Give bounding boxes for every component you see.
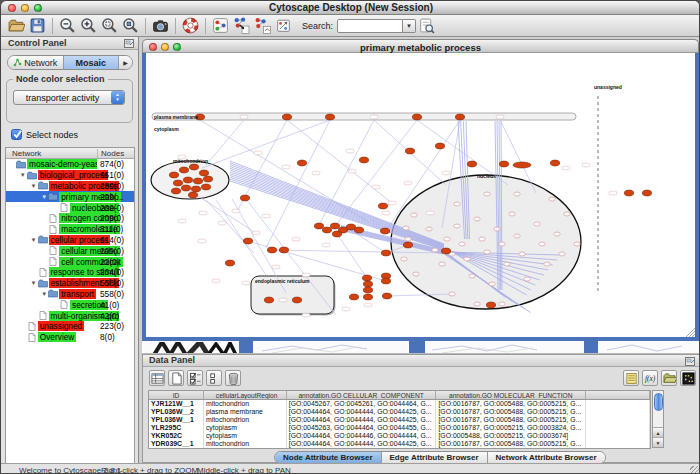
network-node[interactable] <box>401 257 407 261</box>
zoom-fit-icon[interactable] <box>121 16 140 35</box>
network-node[interactable] <box>444 237 450 241</box>
expand-arrow-icon[interactable]: ▼ <box>40 193 48 201</box>
network-node[interactable] <box>363 294 372 300</box>
network-node[interactable] <box>554 232 560 236</box>
network-node[interactable] <box>441 248 450 254</box>
table-column-header[interactable]: ID <box>149 391 204 399</box>
help-icon[interactable] <box>181 16 200 35</box>
network-node[interactable] <box>469 274 475 278</box>
tab-network-attribute-browser[interactable]: Network Attribute Browser <box>488 452 605 463</box>
import-network-icon[interactable] <box>232 16 251 35</box>
network-node[interactable] <box>412 114 421 120</box>
network-node[interactable] <box>449 292 455 296</box>
network-node[interactable] <box>504 262 510 266</box>
table-column-header[interactable]: annotation.GO MOLECULAR_FUNCTION <box>436 391 586 399</box>
network-node[interactable] <box>183 177 192 183</box>
resize-grip[interactable] <box>690 466 700 474</box>
network-node[interactable] <box>624 190 633 196</box>
tree-row[interactable]: nitrogen compo209(0) <box>6 213 134 224</box>
network-node[interactable] <box>199 170 208 176</box>
select-attributes-icon[interactable] <box>187 370 203 386</box>
network-node[interactable] <box>455 114 464 120</box>
network-icon[interactable] <box>211 16 230 35</box>
network-node[interactable] <box>499 242 505 246</box>
vizmapper-icon[interactable] <box>274 16 293 35</box>
network-node[interactable] <box>489 282 495 286</box>
network-node[interactable] <box>524 277 530 281</box>
network-node[interactable] <box>322 227 331 233</box>
function-builder-icon[interactable]: f(x) <box>642 370 658 386</box>
network-node[interactable] <box>173 180 182 186</box>
network-node[interactable] <box>494 227 500 231</box>
tree-row[interactable]: ▼biological_process651(0) <box>6 170 134 181</box>
table-column-header[interactable]: _cellularLayoutRegion <box>204 391 287 399</box>
network-node[interactable] <box>642 190 651 196</box>
zoom-selected-icon[interactable] <box>100 16 119 35</box>
network-node[interactable] <box>191 186 200 192</box>
plasma-membrane-region[interactable] <box>152 113 576 120</box>
network-node[interactable] <box>499 161 508 167</box>
network-node[interactable] <box>188 192 197 198</box>
network-node[interactable] <box>240 195 249 201</box>
network-node[interactable] <box>403 226 409 230</box>
network-node[interactable] <box>559 252 565 256</box>
network-node[interactable] <box>292 297 301 303</box>
network-node[interactable] <box>413 272 419 276</box>
network-node[interactable] <box>403 242 412 248</box>
network-node[interactable] <box>279 247 288 253</box>
network-node[interactable] <box>514 234 520 238</box>
network-node[interactable] <box>519 252 525 256</box>
tree-row[interactable]: secretion41(0) <box>6 299 134 310</box>
canvas-resize-grip[interactable] <box>692 334 695 337</box>
tree-row[interactable]: unassigned223(0) <box>6 321 134 332</box>
table-column-header[interactable]: annotation.GO CELLULAR_COMPONENT <box>287 391 437 399</box>
open-icon[interactable] <box>7 16 26 35</box>
tab-edge-attribute-browser[interactable]: Edge Attribute Browser <box>382 452 488 463</box>
tab-network[interactable]: Network <box>8 56 64 69</box>
network-node[interactable] <box>513 162 531 168</box>
table-row[interactable]: YPL036W__1mitochondrion[GO:0044464, GO:0… <box>149 416 650 424</box>
delete-attribute-icon[interactable] <box>225 370 241 386</box>
search-options-icon[interactable] <box>417 16 436 35</box>
network-node[interactable] <box>405 237 411 241</box>
attribute-matrix-icon[interactable] <box>680 370 696 386</box>
tree-row[interactable]: ▼establishment of lo558(0) <box>6 278 134 289</box>
network-node[interactable] <box>330 223 339 229</box>
tree-row[interactable]: nucleobase-209(0) <box>6 202 134 213</box>
network-node[interactable] <box>549 197 555 201</box>
network-node[interactable] <box>297 160 306 166</box>
network-node[interactable] <box>467 161 476 167</box>
tree-row[interactable]: cell communicat22(0) <box>6 256 134 267</box>
network-node[interactable] <box>201 184 210 190</box>
new-attribute-icon[interactable] <box>168 370 184 386</box>
network-node[interactable] <box>439 262 445 266</box>
tree-row[interactable]: response to stimulu264(0) <box>6 267 134 278</box>
network-node[interactable] <box>193 178 202 184</box>
network-node[interactable] <box>564 212 570 216</box>
network-node[interactable] <box>509 212 515 216</box>
network-node[interactable] <box>544 262 550 266</box>
network-node[interactable] <box>474 217 480 221</box>
tree-row[interactable]: ▼transport558(0) <box>6 289 134 300</box>
network-node[interactable] <box>464 257 470 261</box>
tree-row[interactable]: cellular metabo209(0) <box>6 245 134 256</box>
notes-icon[interactable] <box>623 370 639 386</box>
tree-row[interactable]: Overview8(0) <box>6 332 134 343</box>
network-node[interactable] <box>550 160 559 166</box>
tree-row[interactable]: ▼cellular process614(0) <box>6 235 134 246</box>
attribute-table-icon[interactable] <box>149 370 165 386</box>
network-node[interactable] <box>346 224 355 230</box>
node-color-dropdown[interactable]: transporter activity ▲▼ <box>13 90 125 105</box>
network-node[interactable] <box>267 247 276 253</box>
network-node[interactable] <box>354 227 363 233</box>
float-panel-icon[interactable] <box>685 357 695 366</box>
network-node[interactable] <box>454 202 460 206</box>
network-node[interactable] <box>264 297 273 303</box>
network-node[interactable] <box>435 143 444 149</box>
select-nodes-checkbox[interactable] <box>11 129 22 140</box>
tab-node-attribute-browser[interactable]: Node Attribute Browser <box>275 452 382 463</box>
expand-arrow-icon[interactable]: ▼ <box>40 290 48 298</box>
table-row[interactable]: YLR295Ccytoplasm[GO:0045263, GO:0044464,… <box>149 424 650 432</box>
zoom-out-icon[interactable] <box>58 16 77 35</box>
table-row[interactable]: YPL036W__2plasma membrane[GO:0044464, GO… <box>149 408 650 416</box>
